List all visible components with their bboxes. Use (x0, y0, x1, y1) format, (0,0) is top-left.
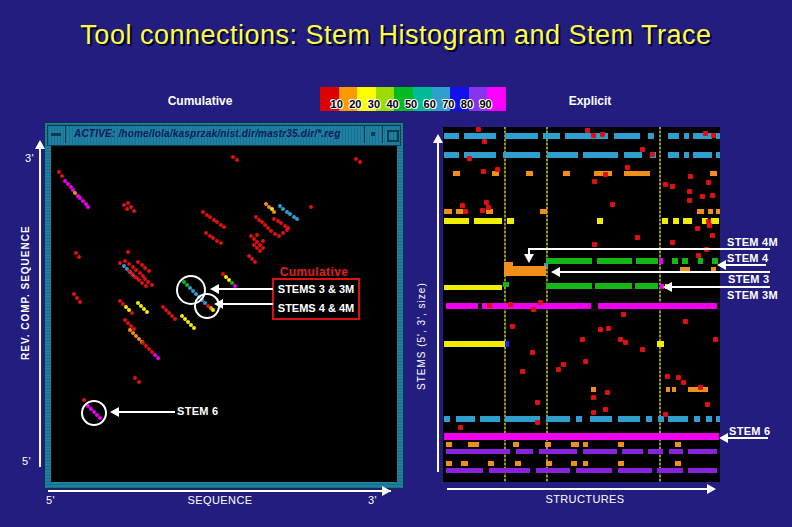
annotation-line (726, 437, 768, 439)
window-menu-button[interactable] (48, 126, 66, 143)
left-yaxis-bottom: 5' (22, 455, 31, 467)
annotation-line (447, 488, 713, 490)
explicit-legend-label: Explicit (550, 94, 630, 108)
stem-3m-label: STEM 3M (727, 289, 778, 301)
stems-3-label: STEMS 3 & 3M (274, 280, 358, 299)
color-scale-value: 80 (461, 98, 473, 110)
annotation-line (722, 264, 766, 266)
color-scale-value: 90 (479, 98, 491, 110)
color-scale-value: 70 (442, 98, 454, 110)
stem6-left-label: STEM 6 (177, 405, 219, 417)
annotation-line (48, 490, 391, 492)
arrowhead-icon (433, 134, 443, 143)
page-title: Tool connections: Stem Histogram and Ste… (0, 20, 792, 51)
minimize-button[interactable] (364, 126, 382, 143)
stems-4-label: STEMS 4 & 4M (274, 299, 358, 318)
stem-4-label: STEM 4 (727, 252, 769, 264)
color-scale-value: 20 (349, 98, 361, 110)
square-icon (387, 130, 399, 142)
right-xaxis-label: STRUCTURES (520, 493, 650, 505)
arrowhead-icon (719, 433, 728, 443)
maximize-button[interactable] (382, 126, 400, 143)
color-scale-value: 40 (386, 98, 398, 110)
arrowhead-icon (707, 484, 716, 494)
left-xaxis-start: 5' (46, 494, 55, 506)
dash-icon (51, 133, 61, 136)
cumulative-annotation: Cumulative (266, 265, 362, 279)
left-xaxis-end: 3' (368, 494, 377, 506)
stem-4m-label: STEM 4M (727, 236, 778, 248)
slide: Tool connections: Stem Histogram and Ste… (0, 0, 792, 527)
color-scale-value: 50 (405, 98, 417, 110)
stem-6-label: STEM 6 (729, 425, 771, 437)
color-scale-value: 30 (368, 98, 380, 110)
annotation-line (39, 146, 41, 467)
stem-trace-plot (443, 127, 720, 482)
color-scale-value: 10 (331, 98, 343, 110)
left-yaxis-label: REV. COMP. SEQUENCE (20, 228, 31, 360)
right-yaxis-label: STEMS (5', 3', size) (416, 200, 427, 390)
stems-annotation-box: STEMS 3 & 3M STEMS 4 & 4M (272, 278, 360, 320)
left-xaxis-label: SEQUENCE (150, 494, 290, 506)
dot-icon (371, 132, 375, 136)
left-yaxis-top: 3' (25, 152, 34, 164)
window-titlebar[interactable]: ACTIVE: /home/lola/kasprzak/nist.dir/mas… (47, 125, 401, 146)
annotation-line (437, 140, 439, 472)
stem-3-label: STEM 3 (728, 273, 770, 285)
color-scale-value: 60 (424, 98, 436, 110)
color-scale-bar: 102030405060708090 (320, 87, 506, 111)
window-title: ACTIVE: /home/lola/kasprzak/nist.dir/mas… (74, 128, 340, 139)
cumulative-legend-label: Cumulative (160, 94, 240, 108)
